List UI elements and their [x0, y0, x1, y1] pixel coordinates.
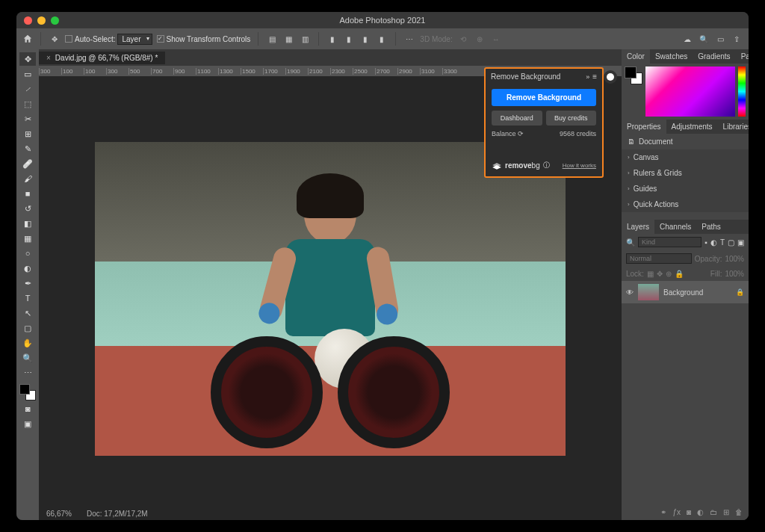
marquee-tool[interactable]: ▭: [19, 67, 36, 81]
document-image[interactable]: [95, 142, 566, 456]
healing-tool[interactable]: 🩹: [19, 157, 36, 170]
tools-panel: ✥ ▭ ⟋ ⬚ ✂ ⊞ ✎ 🩹 🖌 ■ ↺ ◧ ▦ ○ ◐ ✒ T ↖ ▢ ✋ …: [16, 49, 39, 520]
visibility-icon[interactable]: 👁: [626, 288, 634, 297]
auto-select-checkbox[interactable]: [65, 35, 72, 43]
workspace-icon[interactable]: ▭: [714, 33, 726, 45]
align-right-icon[interactable]: ▥: [299, 33, 311, 45]
panel-swatch[interactable]: [625, 66, 642, 84]
cloud-docs-icon[interactable]: ☁: [681, 33, 693, 45]
lock-pixels-icon[interactable]: ⊕: [666, 270, 672, 278]
blend-mode-dropdown[interactable]: Normal: [626, 253, 692, 264]
home-icon[interactable]: [22, 34, 33, 44]
lock-all-icon[interactable]: ▦: [647, 270, 654, 278]
buy-credits-button[interactable]: Buy credits: [546, 111, 597, 126]
color-swatches[interactable]: [19, 384, 36, 400]
brush-tool[interactable]: 🖌: [19, 172, 36, 185]
move-tool-icon[interactable]: ✥: [49, 33, 61, 45]
align-center-icon[interactable]: ▦: [282, 33, 294, 45]
more-icon[interactable]: ⋯: [403, 33, 415, 45]
adjustment-icon[interactable]: ◐: [697, 508, 704, 516]
mask-icon[interactable]: ◙: [687, 508, 691, 516]
document-tab[interactable]: × David.jpg @ 66,7% (RGB/8#) *: [39, 52, 165, 64]
gradient-tool[interactable]: ▦: [19, 232, 36, 245]
frame-tool[interactable]: ⊞: [19, 127, 36, 140]
path-tool[interactable]: ↖: [19, 306, 36, 320]
filter-smart-icon[interactable]: ▣: [737, 238, 744, 247]
hand-tool[interactable]: ✋: [19, 336, 36, 350]
distribute-icon[interactable]: ▮: [359, 33, 371, 45]
close-tab-icon[interactable]: ×: [46, 54, 51, 62]
panel-tab[interactable]: Paths: [696, 220, 726, 234]
history-brush-tool[interactable]: ↺: [19, 202, 36, 215]
lasso-tool[interactable]: ⟋: [19, 82, 36, 96]
layer-thumbnail[interactable]: [638, 284, 659, 300]
auto-select-control[interactable]: Auto-Select: Layer: [65, 34, 152, 45]
search-icon[interactable]: 🔍: [626, 238, 635, 247]
color-spectrum[interactable]: [645, 66, 735, 117]
filter-type-icon[interactable]: T: [720, 238, 725, 247]
shape-tool[interactable]: ▢: [19, 321, 36, 335]
selection-tool[interactable]: ⬚: [19, 97, 36, 111]
properties-section[interactable]: ›Guides: [622, 181, 749, 197]
layer-filter-dropdown[interactable]: Kind: [638, 237, 701, 247]
panel-menu-icon[interactable]: ≡: [592, 72, 597, 81]
distribute-icon[interactable]: ▮: [326, 33, 338, 45]
panel-tab[interactable]: Gradients: [693, 49, 735, 64]
panel-tab[interactable]: Adjustments: [666, 120, 718, 134]
filter-pixel-icon[interactable]: ▪: [704, 238, 707, 247]
layer-name[interactable]: Background: [663, 288, 703, 297]
crop-tool[interactable]: ✂: [19, 112, 36, 126]
move-tool[interactable]: ✥: [19, 52, 36, 66]
panel-tab[interactable]: Patterns: [736, 49, 749, 64]
doc-size[interactable]: Doc: 17,2M/17,2M: [87, 510, 148, 518]
panel-tab[interactable]: Channels: [654, 220, 696, 234]
show-transform-control[interactable]: Show Transform Controls: [157, 35, 251, 43]
auto-select-dropdown[interactable]: Layer: [117, 34, 152, 45]
eraser-tool[interactable]: ◧: [19, 217, 36, 230]
search-icon[interactable]: 🔍: [698, 33, 710, 45]
panel-tab[interactable]: Layers: [622, 220, 654, 234]
show-transform-checkbox[interactable]: [157, 35, 164, 43]
align-left-icon[interactable]: ▤: [266, 33, 278, 45]
link-layers-icon[interactable]: ⚭: [660, 508, 666, 516]
panel-tab[interactable]: Swatches: [650, 49, 693, 64]
eyedropper-tool[interactable]: ✎: [19, 142, 36, 155]
plugin-dock-icon[interactable]: [604, 70, 617, 84]
zoom-tool[interactable]: 🔍: [19, 351, 36, 365]
dodge-tool[interactable]: ◐: [19, 262, 36, 275]
remove-background-button[interactable]: Remove Background: [492, 89, 596, 106]
filter-shape-icon[interactable]: ▢: [728, 238, 734, 247]
blur-tool[interactable]: ○: [19, 247, 36, 260]
panel-tab[interactable]: Libraries: [718, 120, 749, 134]
properties-section[interactable]: ›Quick Actions: [622, 197, 749, 212]
lock-position-icon[interactable]: ✥: [657, 270, 663, 278]
info-icon[interactable]: ⓘ: [543, 161, 550, 170]
new-layer-icon[interactable]: ⊞: [723, 508, 729, 516]
dashboard-button[interactable]: Dashboard: [492, 111, 542, 126]
screen-mode-tool[interactable]: ▣: [19, 417, 36, 430]
delete-icon[interactable]: 🗑: [735, 508, 743, 516]
edit-toolbar[interactable]: ⋯: [19, 366, 36, 380]
distribute-icon[interactable]: ▮: [343, 33, 355, 45]
properties-section[interactable]: ›Canvas: [622, 149, 749, 165]
filter-adjust-icon[interactable]: ◐: [710, 238, 717, 247]
type-tool[interactable]: T: [19, 291, 36, 305]
fx-icon[interactable]: ƒx: [672, 508, 681, 516]
refresh-icon[interactable]: ⟳: [518, 130, 524, 137]
layer-row[interactable]: 👁 Background 🔒: [622, 281, 749, 303]
share-icon[interactable]: ⇪: [731, 33, 743, 45]
how-it-works-link[interactable]: How it works: [563, 162, 596, 169]
group-icon[interactable]: 🗀: [710, 508, 717, 516]
pen-tool[interactable]: ✒: [19, 276, 36, 290]
panel-tab[interactable]: Properties: [622, 120, 666, 134]
zoom-level[interactable]: 66,67%: [46, 510, 72, 518]
lock-icon[interactable]: 🔒: [675, 270, 684, 278]
chevron-right-icon: ›: [628, 154, 630, 161]
quick-mask-tool[interactable]: ◙: [19, 402, 36, 415]
distribute-icon[interactable]: ▮: [376, 33, 388, 45]
properties-section[interactable]: ›Rulers & Grids: [622, 165, 749, 181]
collapse-icon[interactable]: »: [586, 73, 589, 81]
panel-tab[interactable]: Color: [622, 49, 650, 64]
stamp-tool[interactable]: ■: [19, 187, 36, 200]
hue-slider[interactable]: [738, 66, 746, 117]
